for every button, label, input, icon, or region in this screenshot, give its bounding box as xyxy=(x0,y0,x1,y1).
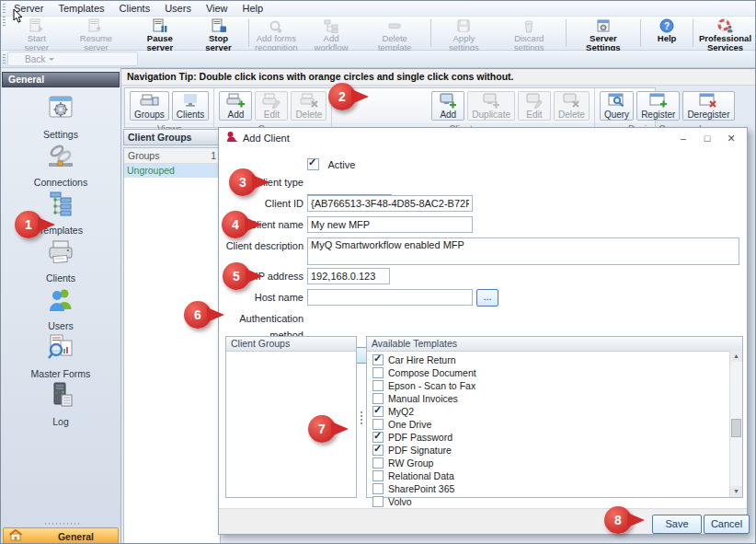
sidebar-item-clients[interactable]: Clients xyxy=(1,237,120,284)
client-duplicate-button[interactable]: Duplicate xyxy=(467,91,515,121)
resume-server-button[interactable]: Resume server xyxy=(63,17,130,50)
template-checkbox[interactable] xyxy=(372,419,384,430)
sidebar-splitter[interactable] xyxy=(1,522,120,526)
template-checkbox[interactable] xyxy=(372,445,384,456)
add-workflow-button[interactable]: Add workflow xyxy=(302,17,361,50)
sidebar-item-connections[interactable]: Connections xyxy=(1,141,120,189)
active-checkbox[interactable] xyxy=(307,158,319,170)
clients-view-button[interactable]: Clients xyxy=(172,91,210,121)
sidebar-item-log[interactable]: Log xyxy=(1,380,120,428)
group-item-ungrouped[interactable]: Ungrouped xyxy=(124,164,220,178)
toolbar-separator xyxy=(693,19,693,47)
template-row[interactable]: One Drive xyxy=(369,418,727,431)
menu-help[interactable]: Help xyxy=(243,3,264,14)
master-forms-icon xyxy=(45,332,76,367)
sidebar-item-users[interactable]: Users xyxy=(1,284,120,332)
template-checkbox[interactable] xyxy=(372,457,384,469)
menu-clients[interactable]: Clients xyxy=(120,3,151,14)
minimize-button[interactable]: – xyxy=(671,129,695,147)
scroll-down-arrow[interactable]: ▼ xyxy=(730,486,742,497)
template-row[interactable]: Volvo xyxy=(369,495,727,508)
templates-scrollbar[interactable]: ▲ ▼ xyxy=(729,351,742,497)
host-browse-button[interactable]: ... xyxy=(476,289,498,307)
server-settings-button[interactable]: Server Settings xyxy=(568,17,639,50)
ip-address-input[interactable] xyxy=(307,268,390,284)
close-button[interactable]: ✕ xyxy=(719,129,743,147)
deregister-icon xyxy=(698,93,718,110)
pause-server-button[interactable]: Pause server xyxy=(129,17,190,50)
template-row[interactable]: Relational Data xyxy=(369,469,727,482)
query-button[interactable]: Query xyxy=(600,91,634,121)
template-checkbox[interactable] xyxy=(372,354,384,365)
delete-x-icon xyxy=(561,93,581,110)
client-name-input[interactable] xyxy=(307,216,473,233)
annotation-3: 3 xyxy=(229,168,257,196)
template-row[interactable]: SharePoint 365 xyxy=(369,482,727,495)
template-checkbox[interactable] xyxy=(372,406,384,417)
sidebar-footer-general[interactable]: General xyxy=(3,527,119,544)
template-checkbox[interactable] xyxy=(372,393,384,404)
menu-templates[interactable]: Templates xyxy=(58,3,104,14)
help-button[interactable]: ? Help xyxy=(643,17,691,50)
group-delete-button[interactable]: Delete xyxy=(291,91,326,121)
menu-view[interactable]: View xyxy=(206,3,228,14)
back-dropdown-caret[interactable] xyxy=(49,58,54,64)
template-row[interactable]: MyQ2 xyxy=(369,405,727,418)
apply-settings-button[interactable]: Apply settings xyxy=(433,17,495,50)
delete-template-button[interactable]: Delete template xyxy=(361,17,429,50)
toolbar-grip xyxy=(3,54,6,64)
template-checkbox[interactable] xyxy=(372,432,384,443)
myq-logo-icon xyxy=(226,130,238,146)
start-server-icon xyxy=(29,18,44,33)
maximize-button[interactable]: □ xyxy=(695,129,719,147)
deregister-button[interactable]: Deregister xyxy=(682,91,734,121)
toolbar-separator xyxy=(566,19,567,47)
mouse-cursor xyxy=(13,8,24,28)
template-checkbox[interactable] xyxy=(372,380,384,391)
professional-services-button[interactable]: Professional Services xyxy=(695,17,755,50)
template-checkbox[interactable] xyxy=(372,496,384,507)
sidebar-header: General xyxy=(2,72,120,87)
client-delete-button[interactable]: Delete xyxy=(554,91,590,121)
client-description-input[interactable]: MyQ Smartworkflow enabled MFP xyxy=(307,237,739,265)
client-groups-panel: Client Groups xyxy=(225,336,357,498)
toolbar-grip xyxy=(3,17,6,26)
register-button[interactable]: Register xyxy=(636,91,680,121)
template-row[interactable]: PDF Password xyxy=(369,431,727,444)
template-row[interactable]: Car Hire Return xyxy=(369,353,727,366)
stop-server-icon xyxy=(212,18,226,33)
client-id-input[interactable] xyxy=(307,195,473,212)
add-forms-recognition-button[interactable]: Add forms recognition xyxy=(251,17,302,50)
group-edit-button[interactable]: Edit xyxy=(255,91,288,121)
save-button[interactable]: Save xyxy=(652,515,702,534)
sidebar-item-settings[interactable]: Settings xyxy=(1,93,120,141)
groups-view-button[interactable]: Groups xyxy=(130,91,169,121)
template-row[interactable]: Epson - Scan to Fax xyxy=(369,379,727,392)
discard-settings-button[interactable]: Discard settings xyxy=(495,17,564,50)
client-edit-button[interactable]: Edit xyxy=(518,91,551,121)
template-row[interactable]: RW Group xyxy=(369,457,727,469)
template-row[interactable]: PDF Signature xyxy=(369,444,727,457)
groups-view-icon xyxy=(139,93,159,110)
scroll-up-arrow[interactable]: ▲ xyxy=(730,351,742,362)
menu-users[interactable]: Users xyxy=(165,3,191,14)
dialog-title-bar[interactable]: Add Client – □ ✕ xyxy=(219,128,747,148)
groups-list-header[interactable]: Groups 1 xyxy=(124,148,220,164)
group-add-button[interactable]: Add xyxy=(219,91,252,121)
template-row[interactable]: Compose Document xyxy=(369,366,727,379)
scrollbar-thumb[interactable] xyxy=(731,419,741,437)
sidebar-item-master-forms[interactable]: Master Forms xyxy=(1,332,120,380)
back-button[interactable]: Back xyxy=(7,52,138,66)
stop-server-button[interactable]: Stop server xyxy=(190,17,246,50)
panel-splitter[interactable] xyxy=(359,336,364,498)
host-name-input[interactable] xyxy=(307,289,473,306)
template-checkbox[interactable] xyxy=(372,470,384,481)
template-checkbox[interactable] xyxy=(372,483,384,494)
cancel-button[interactable]: Cancel xyxy=(704,515,750,534)
add-forms-recognition-icon xyxy=(269,18,283,33)
template-row[interactable]: Manual Invoices xyxy=(369,392,727,405)
template-checkbox[interactable] xyxy=(372,367,384,378)
client-add-button[interactable]: Add xyxy=(431,91,464,121)
query-magnifier-icon xyxy=(607,93,627,110)
edit-pencil-icon xyxy=(261,93,281,110)
